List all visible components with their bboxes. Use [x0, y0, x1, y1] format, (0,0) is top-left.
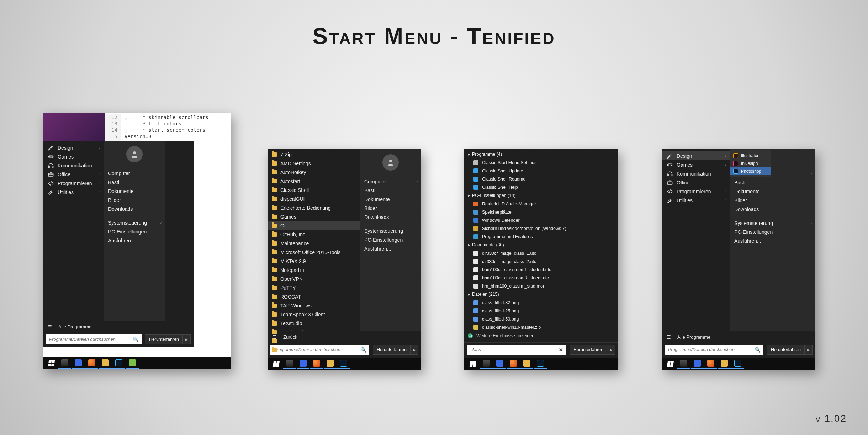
link-pc-einstellungen[interactable]: PC-Einstellungen — [104, 227, 165, 236]
shutdown-button[interactable]: Herunterfahren — [373, 345, 411, 355]
search-result[interactable]: hm_bhm100_classrm_stud.mor — [464, 282, 618, 290]
link-ausf-hren-[interactable]: Ausführen... — [730, 236, 815, 245]
all-programs-row[interactable]: ☰ Alle Programme — [43, 321, 194, 332]
taskbar-item-files[interactable] — [520, 358, 533, 369]
shutdown-options[interactable]: ▶ — [183, 334, 191, 344]
link-systemsteuerung[interactable]: Systemsteuerung› — [104, 218, 165, 227]
shutdown-button[interactable]: Herunterfahren — [767, 345, 805, 355]
link-bilder[interactable]: Bilder — [730, 196, 815, 205]
link-systemsteuerung[interactable]: Systemsteuerung› — [730, 219, 815, 227]
search-input[interactable] — [48, 337, 133, 342]
category-office[interactable]: Office › — [662, 178, 730, 187]
program-folder[interactable]: Classic Shell — [268, 186, 360, 194]
shutdown-button[interactable]: Herunterfahren — [145, 334, 183, 344]
shutdown-options[interactable]: ▶ — [805, 345, 813, 355]
link-bilder[interactable]: Bilder — [104, 195, 165, 204]
link-dokumente[interactable]: Dokumente — [360, 195, 421, 204]
program-folder[interactable]: AMD Settings — [268, 159, 360, 168]
taskbar-item-firefox[interactable] — [704, 358, 717, 369]
link-downloads[interactable]: Downloads — [360, 213, 421, 221]
result-group-header[interactable]: ▶ Dateien (215) — [464, 290, 618, 299]
category-utilities[interactable]: Utilities › — [43, 188, 104, 197]
link-basti[interactable]: Basti — [730, 178, 815, 187]
program-folder[interactable]: OpenVPN — [268, 274, 360, 283]
taskbar-item-files[interactable] — [99, 358, 112, 369]
clear-search-icon[interactable]: ✕ — [559, 347, 563, 353]
category-programmieren[interactable]: Programmieren › — [43, 179, 104, 188]
search-box[interactable]: ✕ — [467, 345, 566, 355]
taskbar-item-fox[interactable] — [283, 358, 296, 369]
link-ausf-hren-[interactable]: Ausführen... — [360, 244, 421, 253]
taskbar-item-cloud[interactable] — [493, 358, 506, 369]
link-pc-einstellungen[interactable]: PC-Einstellungen — [360, 235, 421, 244]
program-folder[interactable]: Erleichterte Bedienung — [268, 203, 360, 212]
taskbar-item-cloud[interactable] — [297, 358, 309, 369]
category-kommunikation[interactable]: Kommunikation › — [43, 161, 104, 170]
all-programs-row[interactable]: ☰ Alle Programme — [662, 331, 815, 343]
link-systemsteuerung[interactable]: Systemsteuerung› — [360, 226, 421, 235]
program-folder[interactable]: Maintenance — [268, 239, 360, 248]
taskbar-item-fox[interactable] — [58, 358, 71, 369]
program-folder[interactable]: GitHub, Inc — [268, 230, 360, 239]
taskbar-item-ps[interactable] — [731, 358, 744, 369]
shutdown-button[interactable]: Herunterfahren — [570, 345, 607, 355]
search-result[interactable]: Windows Defender — [464, 216, 618, 224]
category-games[interactable]: Games › — [43, 152, 104, 161]
program-folder[interactable]: TeXstudio — [268, 319, 360, 328]
search-result[interactable]: class_filled-25.png — [464, 307, 618, 315]
link-downloads[interactable]: Downloads — [104, 204, 165, 213]
taskbar-item-win[interactable] — [664, 358, 677, 369]
taskbar-item-win[interactable] — [270, 358, 282, 369]
link-computer[interactable]: Computer› — [360, 177, 421, 186]
taskbar-item-cloud[interactable] — [72, 358, 85, 369]
user-avatar[interactable] — [126, 146, 143, 162]
search-result[interactable]: Classic Start Menu Settings — [464, 159, 618, 167]
category-programmieren[interactable]: Programmieren › — [662, 187, 730, 196]
taskbar-item-ps[interactable] — [112, 358, 125, 369]
taskbar-item-ps[interactable] — [337, 358, 350, 369]
program-folder[interactable]: TeamSpeak 3 Client — [268, 310, 360, 319]
link-basti[interactable]: Basti — [104, 178, 165, 187]
category-design[interactable]: Design › — [43, 143, 104, 152]
taskbar-item-files[interactable] — [718, 358, 731, 369]
back-row[interactable]: ☰ Zurück — [268, 331, 421, 343]
shutdown-options[interactable]: ▶ — [411, 345, 418, 355]
taskbar-item-firefox[interactable] — [507, 358, 520, 369]
search-result[interactable]: class_filled-50.png — [464, 315, 618, 323]
program-folder[interactable]: Notepad++ — [268, 265, 360, 274]
search-result[interactable]: Sichern und Wiederherstellen (Windows 7) — [464, 224, 618, 232]
program-folder[interactable]: Autostart — [268, 177, 360, 186]
category-kommunikation[interactable]: Kommunikation › — [662, 169, 730, 178]
search-result[interactable]: Realtek HD Audio-Manager — [464, 200, 618, 208]
taskbar-item-win[interactable] — [45, 358, 58, 369]
taskbar-item-fox[interactable] — [677, 358, 690, 369]
program-folder[interactable]: Microsoft Office 2016-Tools — [268, 248, 360, 257]
link-ausf-hren-[interactable]: Ausführen... — [104, 236, 165, 245]
search-result[interactable]: class_filled-32.png — [464, 299, 618, 307]
taskbar-item-np[interactable] — [126, 358, 139, 369]
taskbar-item-win[interactable] — [466, 358, 479, 369]
search-result[interactable]: Classic Shell Help — [464, 183, 618, 191]
program-folder[interactable]: dispcalGUI — [268, 194, 360, 203]
search-result[interactable]: Classic Shell Readme — [464, 175, 618, 183]
more-results[interactable]: ➜ Weitere Ergebnisse anzeigen — [464, 331, 618, 340]
result-group-header[interactable]: ▶ Dokumente (30) — [464, 241, 618, 249]
result-group-header[interactable]: ▶ Programme (4) — [464, 150, 618, 159]
link-pc-einstellungen[interactable]: PC-Einstellungen — [730, 227, 815, 236]
search-result[interactable]: cir330cr_mage_class_1.utc — [464, 249, 618, 257]
search-box[interactable]: 🔍 — [46, 334, 142, 344]
taskbar-item-firefox[interactable] — [310, 358, 323, 369]
link-bilder[interactable]: Bilder — [360, 204, 421, 213]
program-folder[interactable]: Games — [268, 212, 360, 221]
search-result[interactable]: Speicherplätze — [464, 208, 618, 216]
search-result[interactable]: bhm100cr_classroom3_stuent.utc — [464, 274, 618, 282]
program-folder[interactable]: 7-Zip — [268, 150, 360, 159]
taskbar-item-firefox[interactable] — [85, 358, 98, 369]
program-folder[interactable]: AutoHotkey — [268, 168, 360, 177]
taskbar-item-files[interactable] — [324, 358, 337, 369]
search-input[interactable] — [470, 347, 559, 353]
category-office[interactable]: Office › — [43, 170, 104, 179]
search-input[interactable] — [273, 347, 360, 353]
shutdown-options[interactable]: ▶ — [607, 345, 615, 355]
program-folder[interactable]: PuTTY — [268, 283, 360, 292]
